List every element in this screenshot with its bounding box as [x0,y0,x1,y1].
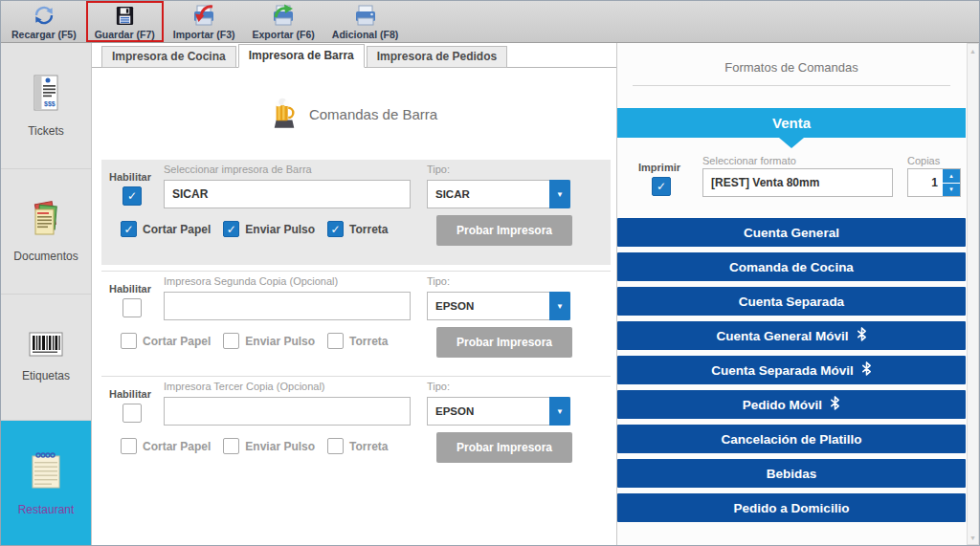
printer-name-input[interactable] [164,397,411,426]
torreta-checkbox[interactable]: ✓ [327,221,344,237]
format-button-label: Cuenta Separada [739,295,844,309]
scroll-down-icon[interactable]: ▼ [968,532,978,543]
printer-type-value: EPSON [435,300,474,312]
additional-printer-icon [353,3,378,28]
toolbar-button-adicional[interactable]: Adicional (F8) [323,1,407,42]
enviar-pulso-checkbox[interactable]: ✓ [223,221,239,237]
format-button-cuenta-separada-movil[interactable]: Cuenta Separada Móvil [617,356,966,384]
sidebar-item-tickets[interactable]: $$$ Tickets [1,43,91,169]
format-button-list: Cuenta General Comanda de Cocina Cuenta … [617,218,966,522]
bluetooth-icon [857,327,867,344]
format-button-bebidas[interactable]: Bebidas [617,459,966,488]
cortar-papel-checkbox[interactable]: ✓ [121,438,137,454]
documents-icon [29,199,63,241]
toolbar-button-recargar[interactable]: Recargar (F5) [3,1,85,42]
torreta-checkbox[interactable]: ✓ [327,333,344,349]
copies-value: 1 [931,169,938,196]
stepper-down-icon[interactable]: ▼ [943,184,960,197]
enable-checkbox[interactable]: ✓ [122,298,142,317]
printer-type-select[interactable]: EPSON ▼ [427,292,570,320]
stepper-up-icon[interactable]: ▲ [943,169,960,183]
toolbar-button-label: Guardar (F7) [95,29,155,40]
beer-mug-icon [271,93,298,135]
sidebar-item-label: Tickets [28,124,64,138]
panel-scrollbar[interactable]: ▲ ▼ [967,43,979,545]
test-printer-button[interactable]: Probar Impresora [436,215,572,246]
enable-checkbox[interactable]: ✓ [122,404,142,423]
printer-type-value: SICAR [435,188,470,200]
test-printer-button[interactable]: Probar Impresora [436,327,572,358]
toolbar-button-exportar[interactable]: Exportar (F6) [243,1,323,42]
format-input[interactable] [702,168,893,197]
format-button-cancelacion-de-platillo[interactable]: Cancelación de Platillo [617,425,966,453]
enviar-pulso-checkbox[interactable]: ✓ [223,333,239,349]
enable-label: Habilitar [109,171,151,183]
chevron-down-icon[interactable]: ▼ [549,180,570,208]
copies-stepper[interactable]: 1 ▲ ▼ [907,168,961,197]
sidebar-item-label: Documentos [13,250,78,263]
format-field-label: Seleccionar formato [702,155,796,166]
checkbox-label: Enviar Pulso [245,440,315,453]
format-button-label: Cuenta General Móvil [716,329,848,343]
tab-impresora-cocina[interactable]: Impresora de Cocina [101,46,236,68]
barcode-icon [29,332,63,360]
sidebar-item-documentos[interactable]: Documentos [1,169,91,295]
bluetooth-icon [861,361,872,379]
sidebar-item-etiquetas[interactable]: Etiquetas [1,295,91,421]
ticket-icon: $$$ [32,74,60,116]
toolbar: Recargar (F5) Guardar (F7) [1,1,979,43]
bluetooth-icon [830,396,840,413]
sidebar-item-label: Etiquetas [22,369,70,382]
venta-group-button[interactable]: Venta [617,108,966,138]
printer-type-select[interactable]: EPSON ▼ [427,397,570,426]
printer-field-label: Impresora Tercer Copia (Opcional) [164,381,325,392]
check-icon: ✓ [127,190,137,202]
printer-name-input[interactable] [164,180,411,208]
print-checkbox[interactable]: ✓ [652,177,671,196]
scroll-up-icon[interactable]: ▲ [968,45,978,56]
checkbox-label: Torreta [349,440,388,453]
toolbar-button-label: Importar (F3) [173,29,235,40]
notepad-icon [29,448,63,494]
refresh-icon [32,3,56,28]
printer-type-label: Tipo: [427,275,450,287]
toolbar-button-guardar[interactable]: Guardar (F7) [86,1,164,42]
sidebar-item-restaurant[interactable]: Restaurant [1,421,91,546]
printer-options: ✓Cortar Papel ✓Enviar Pulso ✓Torreta [121,438,401,454]
cortar-papel-checkbox[interactable]: ✓ [121,221,137,237]
toolbar-button-label: Recargar (F5) [11,29,77,40]
format-button-cuenta-general[interactable]: Cuenta General [617,218,966,247]
printer-section-second-copy: Habilitar ✓ Impresora Segunda Copia (Opc… [101,271,611,377]
tab-impresora-pedidos[interactable]: Impresora de Pedidos [367,46,507,68]
svg-text:$$$: $$$ [44,100,56,108]
tab-impresora-barra[interactable]: Impresora de Barra [238,44,365,68]
test-printer-button[interactable]: Probar Impresora [436,432,572,463]
printer-name-input[interactable] [164,292,411,320]
format-button-cuenta-general-movil[interactable]: Cuenta General Móvil [617,321,966,350]
format-button-label: Pedido Móvil [743,398,822,412]
printer-type-select[interactable]: SICAR ▼ [427,180,570,208]
format-button-pedido-a-domicilio[interactable]: Pedido a Domicilio [617,493,966,522]
cortar-papel-checkbox[interactable]: ✓ [121,333,137,349]
toolbar-button-importar[interactable]: Importar (F3) [165,1,244,42]
format-button-pedido-movil[interactable]: Pedido Móvil [617,390,966,419]
check-icon: ✓ [657,181,666,192]
printer-type-label: Tipo: [427,164,450,175]
printer-field-label: Impresora Segunda Copia (Opcional) [164,275,338,287]
stepper-buttons: ▲ ▼ [943,169,960,196]
format-button-label: Comanda de Cocina [729,260,854,274]
check-icon: ✓ [123,224,133,235]
chevron-down-icon[interactable]: ▼ [549,397,570,426]
sidebar-item-label: Restaurant [18,503,75,516]
printer-section-primary: Habilitar ✓ Seleccionar impresora de Bar… [101,160,611,265]
torreta-checkbox[interactable]: ✓ [327,438,344,454]
formats-panel: Formatos de Comandas Venta Imprimir ✓ Se… [616,43,979,545]
enable-checkbox[interactable]: ✓ [122,186,142,206]
toolbar-button-label: Exportar (F6) [252,29,314,40]
format-button-cuenta-separada[interactable]: Cuenta Separada [617,287,966,316]
main-content: Impresora de Cocina Impresora de Barra I… [92,43,616,545]
enviar-pulso-checkbox[interactable]: ✓ [223,438,239,454]
format-button-label: Pedido a Domicilio [734,501,850,515]
format-button-comanda-de-cocina[interactable]: Comanda de Cocina [617,252,966,281]
chevron-down-icon[interactable]: ▼ [549,292,570,320]
